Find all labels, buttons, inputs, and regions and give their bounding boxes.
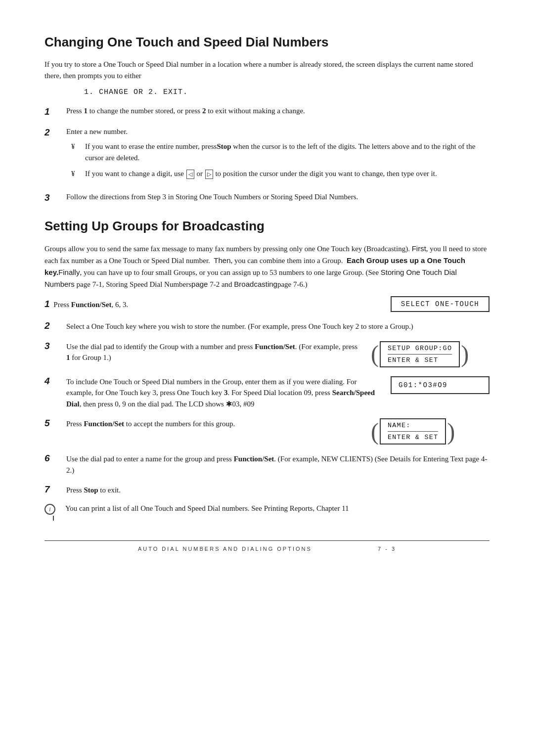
sub-bullet-2-text: If you want to change a digit, use ◁ or … [85,168,490,179]
s2-step-1-content: 1 Press Function/Set, 6, 3. [44,297,381,311]
footer-label: AUTO DIAL NUMBERS AND DIALING OPTIONS [138,546,312,552]
s2-step-4-number: 4 [44,376,64,387]
tip-section: i You can print a list of all One Touch … [44,503,490,521]
step-3-number: 3 [44,191,64,205]
s2-step-3-content: Use the dial pad to identify the Group w… [66,341,361,363]
s2-step-4-content: To include One Touch or Speed Dial numbe… [66,376,381,410]
s2-step-7-number: 7 [44,484,64,495]
stop-bold-1: Stop [217,142,231,150]
tip-text: You can print a list of all One Touch an… [65,503,490,514]
s2-step-2: 2 Select a One Touch key where you wish … [44,321,490,332]
section1-title: Changing One Touch and Speed Dial Number… [44,35,490,50]
s2-step-3-bold: Function/Set [255,343,295,351]
s2-step-3-lcd: SETUP GROUP:GO ENTER & SET [380,341,460,367]
section2-intro: Groups allow you to send the same fax me… [44,243,490,290]
s2-step-6: 6 Use the dial pad to enter a name for t… [44,453,490,476]
brace-left-icon: ( [371,342,379,366]
footer-rule [44,540,490,541]
step-1-bold1: 1 [84,107,88,115]
s2-step-5-number: 5 [44,418,64,429]
s2-step-1-number: 1 [44,299,50,309]
brace-right-icon-3: ) [461,342,469,366]
step-1-content: Press 1 to change the number stored, or … [66,105,490,117]
s2-step-3: 3 Use the dial pad to identify the Group… [44,341,490,367]
s2-step-4-lcd: G01:*O3#O9 [391,376,490,394]
s2-step-7: 7 Press Stop to exit. [44,485,490,496]
sub-bullet-1: ¥ If you want to erase the entire number… [71,141,490,163]
arrow-right-icon: ▷ [205,170,213,179]
step-1: 1 Press 1 to change the number stored, o… [44,105,490,119]
s2-step-3-lcd-wrapper: ( SETUP GROUP:GO ENTER & SET ) [371,341,490,367]
s2-step-5-lcd-line2: ENTER & SET [388,434,438,441]
s2-step-2-number: 2 [44,320,64,331]
step-2-subbullets: ¥ If you want to erase the entire number… [71,141,490,179]
yen-icon-2: ¥ [71,168,83,179]
step-2-number: 2 [44,126,64,140]
s2-step-6-bold: Function/Set [234,455,274,463]
s2-step-7-content: Press Stop to exit. [66,485,490,496]
s2-step-3-lcd-line1: SETUP GROUP:GO [388,345,452,355]
s2-step-5-lcd: NAME: ENTER & SET [380,418,446,445]
tip-icon: i [44,504,62,521]
tip-stem-icon [53,516,54,521]
s2-step-6-content: Use the dial pad to enter a name for the… [66,453,490,476]
tip-circle-icon: i [44,504,55,515]
sub-bullet-1-text: If you want to erase the entire number, … [85,141,490,163]
brace-left-icon-5: ( [371,420,379,444]
section1-intro: If you try to store a One Touch or Speed… [44,59,490,81]
brace-right-icon-5: ) [447,420,455,444]
s2-step-5-bold: Function/Set [84,420,124,428]
s2-step-3-lcd-line2: ENTER & SET [388,356,452,364]
s2-step-7-bold: Stop [84,486,98,494]
step-3-content: Follow the directions from Step 3 in Sto… [66,191,490,203]
s2-step-6-number: 6 [44,453,64,464]
s2-step-5-content: Press Function/Set to accept the numbers… [66,418,361,430]
footer-area: AUTO DIAL NUMBERS AND DIALING OPTIONS 7 … [44,546,490,552]
step-2-content: Enter a new number. ¥ If you want to era… [66,126,490,184]
s2-step-3-number: 3 [44,341,64,352]
sub-bullet-2: ¥ If you want to change a digit, use ◁ o… [71,168,490,179]
s2-step-1-bold: Function/Set [71,301,112,309]
page-number: 7 - 3 [378,546,396,552]
s2-step-1: 1 Press Function/Set, 6, 3. SELECT ONE-T… [44,296,490,312]
section2-title: Setting Up Groups for Broadcasting [44,219,490,234]
s2-step-5: 5 Press Function/Set to accept the numbe… [44,418,490,445]
s2-step-5-lcd-line1: NAME: [388,422,438,432]
arrow-left-icon: ◁ [186,170,194,179]
step-3: 3 Follow the directions from Step 3 in S… [44,191,490,205]
s2-step-1-lcd: SELECT ONE-TOUCH [391,296,490,312]
yen-icon-1: ¥ [71,141,83,152]
step-2: 2 Enter a new number. ¥ If you want to e… [44,126,490,184]
step-1-number: 1 [44,105,64,119]
s2-step-2-content: Select a One Touch key where you wish to… [66,321,490,332]
s2-step-4: 4 To include One Touch or Speed Dial num… [44,376,490,410]
change-or-exit-prompt: 1. CHANGE OR 2. EXIT. [84,88,490,96]
s2-step-5-lcd-wrapper: ( NAME: ENTER & SET ) [371,418,490,445]
section1-steps: 1 Press 1 to change the number stored, o… [44,105,490,205]
